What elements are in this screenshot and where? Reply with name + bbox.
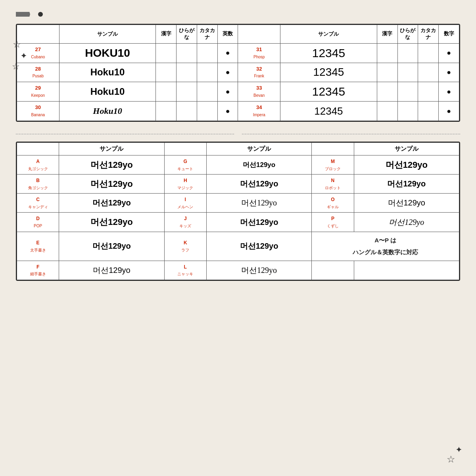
hangul-id-a: F細手書き — [17, 261, 59, 280]
th-empty-right — [238, 25, 280, 44]
hangul-id-g: Kラフ — [164, 232, 206, 261]
th-sample-left: サンプル — [59, 25, 156, 44]
hangul-id-g: Jキッズ — [164, 213, 206, 232]
hangul-sample-a: 머선129yo — [59, 261, 164, 280]
num-right: ● — [439, 43, 459, 63]
bullet-icon — [38, 12, 43, 17]
hangul-table-row: A丸ゴシック 머선129yo Gキュート 머선129yo Mブロック 머선129… — [17, 155, 459, 174]
hangul-sample-m: 머선129yo — [354, 155, 459, 174]
hira-left — [177, 63, 197, 82]
kanji-left — [156, 82, 177, 102]
num-right: ● — [439, 63, 459, 82]
top-font-table-wrapper: サンプル 漢字 ひらがな カタカナ 英数 サンプル 漢字 ひらがな カタカナ 数… — [16, 24, 460, 122]
hangul-table-row: DPOP 머선129yo Jキッズ 머선129yo Pくずし 머선129yo — [17, 213, 459, 232]
font-sample-right: 12345 — [280, 102, 377, 121]
hangul-id-m: Nロボット — [312, 175, 354, 194]
kata-left — [197, 43, 217, 63]
hangul-table-row: F細手書き 머선129yo Lニャッキ 머선129yo — [17, 261, 459, 280]
font-sample-right: 12345 — [280, 43, 377, 63]
font-sample-left: Hoku10 — [59, 63, 156, 82]
hangul-sample-a: 머선129yo — [59, 232, 164, 261]
font-sample-left: HOKU10 — [59, 43, 156, 63]
kanji-right — [377, 63, 397, 82]
th-sample-right: サンプル — [280, 25, 377, 44]
eisu-left: ● — [217, 102, 238, 121]
hangul-sample-m — [354, 261, 459, 280]
hth-sample3: サンプル — [354, 142, 459, 155]
hangul-id-g: Lニャッキ — [164, 261, 206, 280]
hangul-sample-g: 머선129yo — [206, 232, 311, 261]
table-header-row: サンプル 漢字 ひらがな カタカナ 英数 サンプル 漢字 ひらがな カタカナ 数… — [17, 25, 459, 44]
hangul-id-m: Pくずし — [312, 213, 354, 232]
hira-left — [177, 102, 197, 121]
hangul-sample-a: 머선129yo — [59, 155, 164, 174]
th-kata-left: カタカナ — [197, 25, 217, 44]
hangul-sample-a: 머선129yo — [59, 213, 164, 232]
th-kata-right: カタカナ — [418, 25, 439, 44]
hth-empty2 — [164, 142, 206, 155]
hangul-id-g: Iメルヘン — [164, 194, 206, 213]
eisu-left: ● — [217, 82, 238, 102]
font-sample-right: 12345 — [280, 63, 377, 82]
hangul-table-row: B角ゴシック 머선129yo Hマジック 머선129yo Nロボット 머선129… — [17, 175, 459, 194]
header-note — [38, 12, 45, 17]
kata-right — [418, 102, 439, 121]
th-kanji-left: 漢字 — [156, 25, 177, 44]
hangul-table-wrapper: サンプル サンプル サンプル A丸ゴシック 머선129yo Gキュート 머선12… — [16, 142, 460, 281]
sparkle-icon-tl: ✦ — [21, 52, 27, 60]
hira-left — [177, 82, 197, 102]
font-id-left: 28Pusab — [17, 63, 60, 82]
kata-right — [418, 63, 439, 82]
th-eisu-left: 英数 — [217, 25, 238, 44]
kanji-left — [156, 43, 177, 63]
hangul-sample-m: 머선129yo — [354, 194, 459, 213]
hangul-id-g: Gキュート — [164, 155, 206, 174]
hira-right — [397, 82, 418, 102]
kanji-right — [377, 82, 397, 102]
table-row: 29Keepon Hoku10 ● 33Bevan 12345 ● — [17, 82, 459, 102]
top-font-table: サンプル 漢字 ひらがな カタカナ 英数 サンプル 漢字 ひらがな カタカナ 数… — [17, 25, 459, 121]
dots-line-left — [16, 134, 234, 134]
hangul-sample-g: 머선129yo — [206, 155, 311, 174]
kata-right — [418, 82, 439, 102]
hangul-sample-g: 머선129yo — [206, 261, 311, 280]
dots-divider — [16, 134, 460, 134]
table-row: 30Banana Hoku10 ● 34Impera 12345 ● — [17, 102, 459, 121]
hira-right — [397, 43, 418, 63]
hangul-sample-a: 머선129yo — [59, 175, 164, 194]
hangul-id-a: Cキャンディ — [17, 194, 59, 213]
hth-sample2: サンプル — [206, 142, 311, 155]
hira-right — [397, 63, 418, 82]
hangul-id-m: A〜P はハングル＆英数字に対応 — [312, 232, 459, 261]
hangul-table-row: E太手書き 머선129yo Kラフ 머선129yo A〜P はハングル＆英数字に… — [17, 232, 459, 261]
hangul-id-a: DPOP — [17, 213, 59, 232]
table-row: 27Cubano HOKU10 ● 31Phosp 12345 ● — [17, 43, 459, 63]
header-section — [16, 12, 460, 17]
star-icon-tl2: ☆ — [12, 61, 20, 72]
hangul-id-a: A丸ゴシック — [17, 155, 59, 174]
hangul-sample-g: 머선129yo — [206, 175, 311, 194]
th-num-right: 数字 — [439, 25, 459, 44]
sparkle-icon-br: ✦ — [456, 445, 462, 454]
font-id-right: 34Impera — [238, 102, 280, 121]
font-id-left: 29Keepon — [17, 82, 60, 102]
hira-right — [397, 102, 418, 121]
kata-left — [197, 63, 217, 82]
hangul-table: サンプル サンプル サンプル A丸ゴシック 머선129yo Gキュート 머선12… — [17, 142, 459, 280]
eisu-left: ● — [217, 63, 238, 82]
kanji-right — [377, 102, 397, 121]
th-kanji-right: 漢字 — [377, 25, 397, 44]
th-hira-left: ひらがな — [177, 25, 197, 44]
th-empty-left — [17, 25, 60, 44]
hth-sample1: サンプル — [59, 142, 164, 155]
header-label — [16, 12, 30, 17]
num-right: ● — [439, 82, 459, 102]
kata-left — [197, 102, 217, 121]
kanji-right — [377, 43, 397, 63]
hangul-sample-g: 머선129yo — [206, 194, 311, 213]
font-id-right: 31Phosp — [238, 43, 280, 63]
font-id-right: 32Frank — [238, 63, 280, 82]
hangul-id-m: Oギャル — [312, 194, 354, 213]
hangul-id-m: Mブロック — [312, 155, 354, 174]
hira-left — [177, 43, 197, 63]
